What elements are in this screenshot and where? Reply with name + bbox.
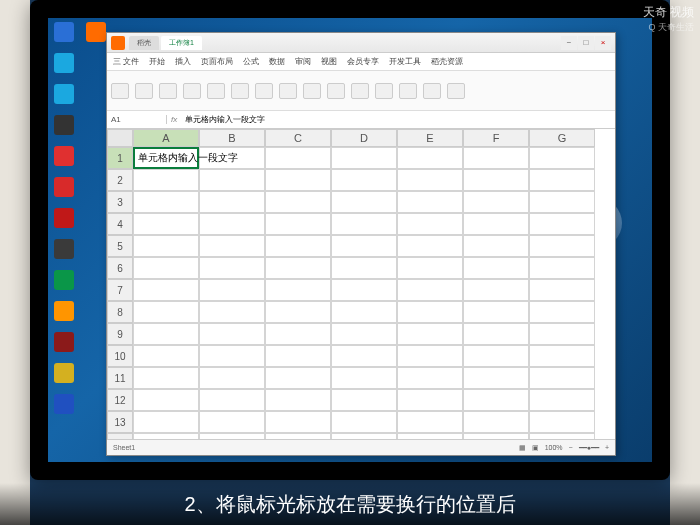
desktop-icon[interactable] (52, 177, 76, 205)
column-header[interactable]: E (397, 129, 463, 147)
cell-G11[interactable] (529, 367, 595, 389)
cell-B4[interactable] (199, 213, 265, 235)
menu-item[interactable]: 审阅 (295, 56, 311, 67)
style-button[interactable] (375, 83, 393, 99)
document-tab[interactable]: 稻壳 (129, 36, 159, 50)
copy-button[interactable] (159, 83, 177, 99)
cell-B6[interactable] (199, 257, 265, 279)
cell-C4[interactable] (265, 213, 331, 235)
cell-D8[interactable] (331, 301, 397, 323)
cell-F6[interactable] (463, 257, 529, 279)
cell-A1[interactable]: 单元格内输入一段文字 (133, 147, 199, 169)
cell-F4[interactable] (463, 213, 529, 235)
cell-B10[interactable] (199, 345, 265, 367)
cell-B7[interactable] (199, 279, 265, 301)
cell-F13[interactable] (463, 411, 529, 433)
cell-A10[interactable] (133, 345, 199, 367)
cell-B3[interactable] (199, 191, 265, 213)
cell-D3[interactable] (331, 191, 397, 213)
desktop-icon[interactable] (52, 146, 76, 174)
cell-G6[interactable] (529, 257, 595, 279)
cell-C13[interactable] (265, 411, 331, 433)
cell-B2[interactable] (199, 169, 265, 191)
cell-C12[interactable] (265, 389, 331, 411)
row-header[interactable]: 2 (107, 169, 133, 191)
cell-G5[interactable] (529, 235, 595, 257)
cell-D1[interactable] (331, 147, 397, 169)
column-header[interactable]: B (199, 129, 265, 147)
column-header[interactable]: C (265, 129, 331, 147)
desktop-icon[interactable] (84, 22, 108, 50)
sort-button[interactable] (423, 83, 441, 99)
cell-F7[interactable] (463, 279, 529, 301)
cell-F5[interactable] (463, 235, 529, 257)
row-header[interactable]: 12 (107, 389, 133, 411)
menu-item[interactable]: 数据 (269, 56, 285, 67)
wrap-button[interactable] (327, 83, 345, 99)
cell-C9[interactable] (265, 323, 331, 345)
row-header[interactable]: 7 (107, 279, 133, 301)
cell-B9[interactable] (199, 323, 265, 345)
cell-C2[interactable] (265, 169, 331, 191)
cell-A3[interactable] (133, 191, 199, 213)
cell-E1[interactable] (397, 147, 463, 169)
menu-item[interactable]: 公式 (243, 56, 259, 67)
cell-G9[interactable] (529, 323, 595, 345)
column-header[interactable]: G (529, 129, 595, 147)
cell-F8[interactable] (463, 301, 529, 323)
cell-B5[interactable] (199, 235, 265, 257)
cell-B12[interactable] (199, 389, 265, 411)
cell-A13[interactable] (133, 411, 199, 433)
desktop-icon[interactable] (52, 22, 76, 50)
row-header[interactable]: 3 (107, 191, 133, 213)
column-header[interactable]: A (133, 129, 199, 147)
desktop-icon[interactable] (52, 208, 76, 236)
align-button[interactable] (279, 83, 297, 99)
row-header[interactable]: 13 (107, 411, 133, 433)
close-button[interactable]: × (595, 36, 611, 50)
desktop-icon[interactable] (52, 301, 76, 329)
cell-G7[interactable] (529, 279, 595, 301)
cell-D12[interactable] (331, 389, 397, 411)
format-button[interactable] (183, 83, 201, 99)
desktop-icon[interactable] (52, 84, 76, 112)
cell-F10[interactable] (463, 345, 529, 367)
row-header[interactable]: 5 (107, 235, 133, 257)
column-header[interactable]: D (331, 129, 397, 147)
cell-G1[interactable] (529, 147, 595, 169)
menu-item[interactable]: 开始 (149, 56, 165, 67)
row-header[interactable]: 11 (107, 367, 133, 389)
desktop-icon[interactable] (52, 53, 76, 81)
desktop-icon[interactable] (52, 115, 76, 143)
zoom-level[interactable]: 100% (545, 444, 563, 451)
menu-item[interactable]: 页面布局 (201, 56, 233, 67)
cell-A4[interactable] (133, 213, 199, 235)
cell-E9[interactable] (397, 323, 463, 345)
cell-G10[interactable] (529, 345, 595, 367)
view-icon[interactable]: ▣ (532, 444, 539, 452)
menu-item[interactable]: 视图 (321, 56, 337, 67)
cell-D4[interactable] (331, 213, 397, 235)
cell-A8[interactable] (133, 301, 199, 323)
cell-D5[interactable] (331, 235, 397, 257)
filter-button[interactable] (447, 83, 465, 99)
cell-E8[interactable] (397, 301, 463, 323)
cell-F1[interactable] (463, 147, 529, 169)
view-icon[interactable]: ▦ (519, 444, 526, 452)
bold-button[interactable] (207, 83, 225, 99)
cell-D2[interactable] (331, 169, 397, 191)
cell-C3[interactable] (265, 191, 331, 213)
desktop-icon[interactable] (52, 239, 76, 267)
cell-D6[interactable] (331, 257, 397, 279)
cell-E13[interactable] (397, 411, 463, 433)
cell-A5[interactable] (133, 235, 199, 257)
cell-D9[interactable] (331, 323, 397, 345)
cell-C1[interactable] (265, 147, 331, 169)
desktop-icon[interactable] (52, 363, 76, 391)
cut-button[interactable] (135, 83, 153, 99)
merge-button[interactable] (303, 83, 321, 99)
cell-A9[interactable] (133, 323, 199, 345)
cell-E12[interactable] (397, 389, 463, 411)
menu-item[interactable]: 三 文件 (113, 56, 139, 67)
zoom-in-button[interactable]: + (605, 444, 609, 451)
